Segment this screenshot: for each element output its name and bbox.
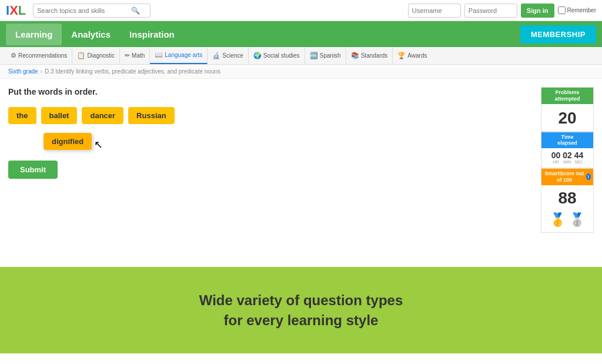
science-icon: 🔬 xyxy=(212,52,220,59)
time-seconds: 44 SEC xyxy=(574,151,584,164)
subnav-language-arts[interactable]: 📖 Language arts xyxy=(150,47,208,64)
subnav-science-label: Science xyxy=(222,52,243,59)
breadcrumb: Sixth grade › D.3 Identify linking verbs… xyxy=(0,65,602,79)
time-minutes: 02 MIN xyxy=(563,151,572,164)
info-icon[interactable]: i xyxy=(586,173,591,180)
subnav-standards-label: Standards xyxy=(361,52,388,59)
badges-row: 🥇 🥈 xyxy=(541,210,593,232)
nav-item-learning[interactable]: Learning xyxy=(6,24,62,45)
words-row-1: the ballet dancer Russian xyxy=(8,107,533,124)
breadcrumb-current: D.3 Identify linking verbs, predicate ad… xyxy=(45,68,220,75)
time-sec-value: 44 xyxy=(574,151,584,160)
word-tile-russian[interactable]: Russian xyxy=(128,107,175,124)
nav-items: Learning Analytics Inspiration xyxy=(6,24,520,45)
logo: I X L xyxy=(6,3,26,18)
nav-bar: Learning Analytics Inspiration MEMBERSHI… xyxy=(0,21,602,47)
smart-score-label-text: SmartScore out of 100 xyxy=(544,171,585,183)
stats-panel: Problemsattempted 20 Timeelapsed 00 HR 0… xyxy=(541,87,594,259)
subnav-math-label: Math xyxy=(132,52,145,59)
spanish-icon: 🔤 xyxy=(310,52,318,59)
badge-silver: 🥈 xyxy=(569,212,585,228)
submit-button[interactable]: Submit xyxy=(8,161,58,179)
subnav-recommendations-label: Recommendations xyxy=(18,52,67,59)
word-tile-dignified[interactable]: dignified xyxy=(44,133,92,150)
remember-text: Remember xyxy=(567,7,596,14)
remember-label[interactable]: Remember xyxy=(558,6,596,14)
awards-icon: 🏆 xyxy=(397,52,406,59)
bottom-banner: Wide variety of question types for every… xyxy=(0,267,602,353)
subnav-diagnostic[interactable]: 📋 Diagnostic xyxy=(72,47,120,64)
standards-icon: 📚 xyxy=(351,52,359,59)
time-elapsed-box: Timeelapsed 00 HR 02 MIN 44 SEC xyxy=(541,132,594,169)
subnav-language-arts-label: Language arts xyxy=(165,52,202,58)
smart-score-label: SmartScore out of 100 i xyxy=(541,169,593,185)
time-sec-label: SEC xyxy=(574,160,583,164)
subnav-recommendations[interactable]: ⚙ Recommendations xyxy=(6,47,72,64)
language-arts-icon: 📖 xyxy=(155,51,163,59)
time-min-value: 02 xyxy=(563,151,572,160)
subnav-social-studies-label: Social studies xyxy=(263,52,300,59)
problems-attempted-count: 20 xyxy=(541,104,593,131)
sub-nav: ⚙ Recommendations 📋 Diagnostic ✏ Math 📖 … xyxy=(0,47,602,65)
subnav-social-studies[interactable]: 🌍 Social studies xyxy=(249,47,305,64)
smart-score-box: SmartScore out of 100 i 88 🥇 🥈 xyxy=(541,168,594,233)
search-icon: 🔍 xyxy=(131,6,140,15)
social-studies-icon: 🌍 xyxy=(253,52,262,59)
subnav-science[interactable]: 🔬 Science xyxy=(208,47,249,64)
subnav-diagnostic-label: Diagnostic xyxy=(87,52,115,59)
main-content: Put the words in order. the ballet dance… xyxy=(0,79,602,267)
top-bar: I X L 🔍 Sign in Remember xyxy=(0,0,602,21)
problems-attempted-label: Problemsattempted xyxy=(541,88,593,104)
subnav-spanish-label: Spanish xyxy=(320,52,341,59)
username-input[interactable] xyxy=(408,4,461,18)
diagnostic-icon: 📋 xyxy=(77,52,85,59)
logo-x: X xyxy=(9,3,18,18)
breadcrumb-separator: › xyxy=(41,68,42,75)
subnav-awards-label: Awards xyxy=(407,52,427,59)
banner-text: Wide variety of question types for every… xyxy=(12,290,590,330)
nav-item-analytics[interactable]: Analytics xyxy=(62,24,120,45)
banner-line2: for every learning style xyxy=(224,312,379,328)
nav-item-inspiration[interactable]: Inspiration xyxy=(120,24,184,45)
breadcrumb-parent[interactable]: Sixth grade xyxy=(8,68,38,75)
remember-checkbox[interactable] xyxy=(558,6,566,14)
banner-line1: Wide variety of question types xyxy=(199,292,403,308)
subnav-math[interactable]: ✏ Math xyxy=(120,47,150,64)
signin-button[interactable]: Sign in xyxy=(521,4,554,18)
subnav-spanish[interactable]: 🔤 Spanish xyxy=(305,47,346,64)
search-bar[interactable]: 🔍 xyxy=(33,4,150,18)
badge-gold: 🥇 xyxy=(550,212,566,228)
subnav-awards[interactable]: 🏆 Awards xyxy=(393,47,432,64)
membership-button[interactable]: MEMBERSHIP xyxy=(520,25,596,44)
logo-l: L xyxy=(18,3,26,18)
subnav-standards[interactable]: 📚 Standards xyxy=(346,47,393,64)
cursor-icon: ↖ xyxy=(94,138,103,151)
exercise-area: Put the words in order. the ballet dance… xyxy=(8,87,533,259)
exercise-instruction: Put the words in order. xyxy=(8,87,533,96)
words-row-2: dignified ↖ xyxy=(44,131,533,151)
password-input[interactable] xyxy=(464,4,517,18)
time-hours: 00 HR xyxy=(551,151,561,164)
time-hr-label: HR xyxy=(553,160,558,164)
search-input[interactable] xyxy=(37,7,131,14)
word-tile-dancer[interactable]: dancer xyxy=(82,107,123,124)
time-elapsed-label: Timeelapsed xyxy=(541,132,593,149)
word-tile-the[interactable]: the xyxy=(8,107,36,124)
recommendations-icon: ⚙ xyxy=(11,52,16,59)
time-row: 00 HR 02 MIN 44 SEC xyxy=(541,148,593,168)
word-tile-ballet[interactable]: ballet xyxy=(41,107,78,124)
smart-score-value: 88 xyxy=(541,185,593,210)
auth-section: Sign in Remember xyxy=(408,4,596,18)
problems-attempted-box: Problemsattempted 20 xyxy=(541,87,594,132)
time-hr-value: 00 xyxy=(551,151,561,160)
time-min-label: MIN xyxy=(564,160,571,164)
math-icon: ✏ xyxy=(125,52,130,59)
